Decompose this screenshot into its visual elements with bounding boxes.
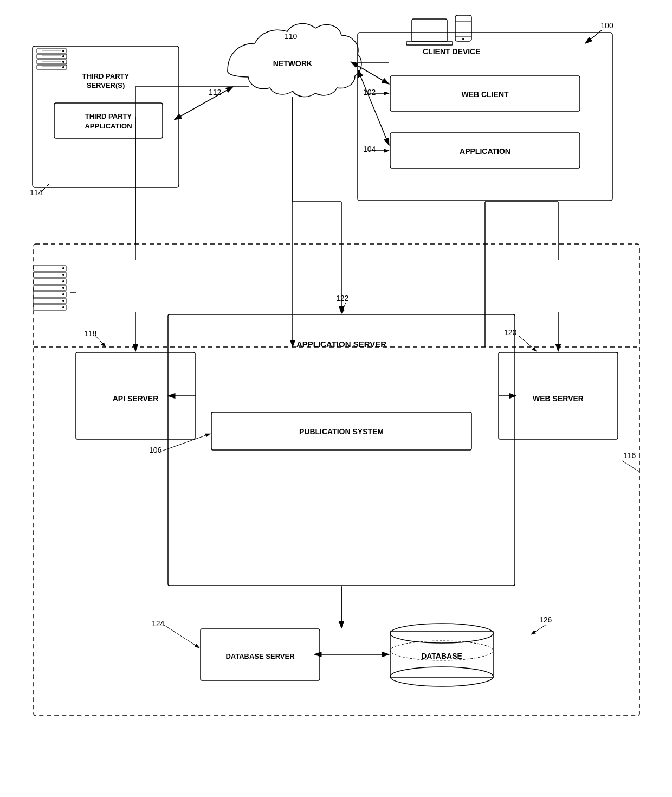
svg-rect-2 xyxy=(412,19,447,42)
svg-rect-26 xyxy=(34,305,66,310)
svg-rect-25 xyxy=(34,298,66,304)
arrow-106 xyxy=(161,434,210,451)
ref-116: 116 xyxy=(623,451,636,460)
ref-102: 102 xyxy=(363,88,376,97)
svg-rect-8 xyxy=(37,49,67,53)
ref-126: 126 xyxy=(539,615,552,624)
application-server-label: APPLICATION SERVER xyxy=(296,339,386,349)
arrow-118 xyxy=(95,335,106,347)
third-party-servers-label: THIRD PARTY xyxy=(82,72,130,80)
svg-rect-24 xyxy=(34,292,66,297)
ref-120: 120 xyxy=(504,328,517,337)
arrow-116 xyxy=(622,461,639,472)
ref-118: 118 xyxy=(84,329,97,338)
svg-point-32 xyxy=(62,300,64,302)
third-party-application-box xyxy=(54,103,163,138)
ref-104: 104 xyxy=(363,145,376,153)
svg-point-36 xyxy=(390,667,493,686)
third-party-app-label: THIRD PARTY xyxy=(85,112,132,120)
arrow-124 xyxy=(164,625,199,648)
arrow-network-webclient xyxy=(357,65,389,84)
web-client-label: WEB CLIENT xyxy=(461,90,509,99)
ref-124: 124 xyxy=(152,619,165,628)
third-party-app-label2: APPLICATION xyxy=(85,122,132,130)
web-server-label: WEB SERVER xyxy=(533,394,584,403)
ref-112: 112 xyxy=(209,88,222,97)
svg-rect-10 xyxy=(37,60,67,64)
svg-rect-22 xyxy=(34,279,66,284)
database-server-label: DATABASE SERVER xyxy=(225,652,295,660)
svg-point-17 xyxy=(62,55,64,57)
svg-point-27 xyxy=(62,267,64,269)
api-server-label: API SERVER xyxy=(113,394,159,403)
svg-rect-23 xyxy=(34,285,66,291)
svg-point-30 xyxy=(62,287,64,289)
arrow-network-application xyxy=(360,76,389,145)
svg-point-29 xyxy=(62,280,64,282)
client-device-box xyxy=(358,33,612,201)
svg-point-18 xyxy=(62,61,64,63)
server-rack-icon xyxy=(34,266,66,310)
arrow-120 xyxy=(519,336,537,351)
svg-rect-9 xyxy=(37,54,67,59)
application-label: APPLICATION xyxy=(460,147,511,156)
publication-system-label: PUBLICATION SYSTEM xyxy=(299,427,384,436)
database-label: DATABASE xyxy=(421,652,462,660)
network-label: NETWORK xyxy=(273,59,312,68)
ref-100: 100 xyxy=(600,21,613,30)
arrow-third-party-network xyxy=(180,87,233,117)
svg-rect-21 xyxy=(34,272,66,278)
svg-point-16 xyxy=(62,50,64,52)
svg-point-7 xyxy=(462,38,464,40)
svg-point-31 xyxy=(62,293,64,295)
ref-122: 122 xyxy=(336,294,349,303)
ref-110: 110 xyxy=(285,32,298,41)
svg-rect-4 xyxy=(455,15,471,41)
arrow-122 xyxy=(341,303,346,313)
svg-point-28 xyxy=(62,274,64,276)
svg-point-35 xyxy=(390,624,493,643)
arrow-126 xyxy=(531,625,546,634)
third-party-servers-label2: SERVER(S) xyxy=(87,81,125,89)
svg-point-19 xyxy=(62,66,64,68)
svg-rect-3 xyxy=(406,42,453,45)
svg-point-33 xyxy=(62,306,64,308)
client-device-label: CLIENT DEVICE xyxy=(423,47,481,56)
ref-106: 106 xyxy=(149,446,162,454)
svg-rect-20 xyxy=(34,266,66,271)
svg-rect-11 xyxy=(37,65,67,69)
system-architecture-diagram: CLIENT DEVICE WEB CLIENT APPLICATION xyxy=(0,0,672,797)
